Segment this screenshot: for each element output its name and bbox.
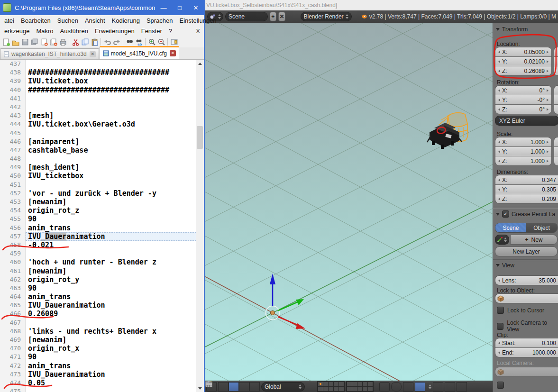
grease-pencil-data-button[interactable] <box>495 235 509 245</box>
snap-stepper[interactable] <box>429 383 431 391</box>
decrement-arrow-icon[interactable] <box>497 70 500 73</box>
proportional-edit-button[interactable] <box>391 382 402 392</box>
tab-scene[interactable]: Scene <box>495 223 526 232</box>
ticket-machine-object[interactable] <box>427 113 468 149</box>
lock-camera-row[interactable]: Lock Camera to View <box>497 319 558 333</box>
decrement-arrow-icon[interactable] <box>497 108 500 111</box>
redo-button[interactable] <box>112 37 121 46</box>
code-line-451[interactable]: 451 <box>0 181 196 189</box>
local-camera-dropdown[interactable] <box>495 367 558 377</box>
layer-cell[interactable] <box>318 382 323 386</box>
menu-fenster[interactable]: Fenster <box>138 27 165 36</box>
lock-to-cursor-row[interactable]: Lock to Cursor <box>497 307 544 314</box>
code-line-456[interactable]: 456anim_trans <box>0 224 196 232</box>
code-line-458[interactable]: 458-0.021 <box>0 241 196 249</box>
layer-cell[interactable] <box>329 382 333 386</box>
code-line-440[interactable]: 440################################# <box>0 86 196 94</box>
code-line-460[interactable]: 460'hoch + und runter - Blender z <box>0 258 196 266</box>
menu-bearbeiten[interactable]: Bearbeiten <box>18 16 54 25</box>
code-line-447[interactable]: 447cashtable_base <box>0 146 196 155</box>
code-line-470[interactable]: 470origin_rot_x <box>0 344 196 353</box>
decrement-arrow-icon[interactable] <box>497 198 500 201</box>
rot-z-field[interactable]: Z:0° <box>495 104 551 114</box>
layer-cell[interactable] <box>368 387 373 391</box>
layer-cell[interactable] <box>323 387 328 391</box>
code-line-446[interactable]: 446[animparent] <box>0 137 196 146</box>
layer-cell[interactable] <box>334 382 338 386</box>
rotation-mode-dropdown[interactable]: XYZ Euler <box>495 116 558 126</box>
editor-scrollbar[interactable] <box>196 60 204 392</box>
layer-cell[interactable] <box>339 387 344 391</box>
menu-erweiterungen[interactable]: Erweiterungen <box>91 27 138 36</box>
code-line-448[interactable]: 448 <box>0 155 196 163</box>
code-line-442[interactable]: 442 <box>0 103 196 111</box>
find-button[interactable] <box>125 37 134 46</box>
layer-cell[interactable] <box>352 387 357 391</box>
code-line-473[interactable]: 473IVU_Daueranimation <box>0 370 196 379</box>
lock-object-dropdown[interactable] <box>495 293 558 303</box>
tab-close-icon[interactable]: ✕ <box>90 51 96 57</box>
code-line-464[interactable]: 464anim_trans <box>0 292 196 301</box>
copy-button[interactable] <box>80 37 90 46</box>
code-line-465[interactable]: 465IVU_Daueranimation <box>0 301 196 310</box>
code-line-455[interactable]: 45590 <box>0 215 196 223</box>
scale-manipulator-button[interactable] <box>249 382 260 392</box>
scale-y-field[interactable]: Y:1.000 <box>495 146 551 156</box>
layer-cell[interactable] <box>363 387 367 391</box>
minimize-button[interactable]: — <box>156 4 172 11</box>
code-line-444[interactable]: 444IVU.ticket.box\Geraet.o3d <box>0 120 196 128</box>
code-line-453[interactable]: 453[newanim] <box>0 198 196 206</box>
code-line-467[interactable]: 467 <box>0 319 196 327</box>
translate-manipulator-button[interactable] <box>229 382 239 392</box>
scroll-up-arrow[interactable] <box>196 60 204 67</box>
paste-button[interactable] <box>90 37 99 46</box>
transform-panel-header[interactable]: Transform <box>496 26 528 33</box>
clip-start-field[interactable]: Start: 0.100 <box>495 338 558 347</box>
menu-einstellungen[interactable]: Einstellungen <box>176 16 220 25</box>
code-line-445[interactable]: 445 <box>0 129 196 137</box>
lens-field[interactable]: Lens: 35.000 <box>495 276 558 285</box>
menu-ansicht[interactable]: Ansicht <box>82 16 109 25</box>
increment-arrow-icon[interactable] <box>547 51 550 54</box>
partial-checkbox[interactable] <box>497 382 504 389</box>
loc-y-field[interactable]: Y:0.02100 <box>495 56 551 66</box>
code-line-449[interactable]: 449[mesh_ident] <box>0 163 196 172</box>
increment-arrow-icon[interactable] <box>547 70 550 73</box>
increment-arrow-icon[interactable] <box>547 141 550 144</box>
zoom-in-button[interactable] <box>147 37 156 46</box>
scene-datablock-field[interactable]: Scene <box>225 12 268 21</box>
loc-z-field[interactable]: Z:0.26089 <box>495 66 551 75</box>
close-all-button[interactable] <box>48 37 58 46</box>
decrement-arrow-icon[interactable] <box>497 51 500 54</box>
menu-ausfhren[interactable]: Ausführen <box>57 27 91 36</box>
layer-cell[interactable] <box>347 382 352 386</box>
code-line-450[interactable]: 450IVU_ticketbox <box>0 172 196 180</box>
lock-to-scene-button[interactable] <box>379 382 390 392</box>
render-engine-dropdown[interactable]: Blender Render <box>301 12 352 21</box>
new-file-button[interactable] <box>1 37 10 46</box>
layer-cell[interactable] <box>357 387 362 391</box>
tab-wagenkasten_IST_hinten.o3d[interactable]: wagenkasten_IST_hinten.o3d✕ <box>0 48 99 59</box>
render-view-button[interactable] <box>433 382 443 392</box>
add-scene-button[interactable]: + <box>270 12 277 21</box>
zoom-out-button[interactable] <box>156 37 166 46</box>
snap-element-button[interactable] <box>415 382 425 392</box>
close-document-x[interactable]: X <box>196 27 200 35</box>
decrement-arrow-icon[interactable] <box>497 89 500 92</box>
decrement-arrow-icon[interactable] <box>497 179 500 182</box>
scale-lock-column[interactable] <box>554 137 558 166</box>
layer-cell[interactable] <box>318 387 323 391</box>
increment-arrow-icon[interactable] <box>547 99 550 101</box>
scrollbar-thumb[interactable] <box>197 126 203 149</box>
tab-object[interactable]: Object <box>526 223 557 232</box>
scale-z-field[interactable]: Z:1.000 <box>495 156 551 165</box>
close-file-button[interactable] <box>39 37 48 46</box>
code-line-459[interactable]: 459 <box>0 249 196 258</box>
menu-atei[interactable]: atei <box>1 16 18 25</box>
replace-button[interactable]: ab <box>134 37 144 46</box>
cut-button[interactable] <box>71 37 80 46</box>
code-line-439[interactable]: 439IVU.ticket.box <box>0 77 196 85</box>
code-line-466[interactable]: 4660.26089 <box>0 310 196 318</box>
code-line-463[interactable]: 46390 <box>0 284 196 292</box>
menu-kodierung[interactable]: Kodierung <box>109 16 143 25</box>
